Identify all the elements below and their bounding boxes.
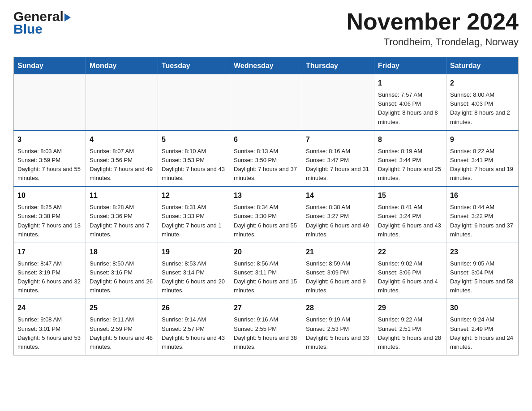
calendar-cell (158, 74, 230, 130)
calendar-cell: 21Sunrise: 8:59 AMSunset: 3:09 PMDayligh… (302, 243, 374, 299)
calendar-cell: 1Sunrise: 7:57 AMSunset: 4:06 PMDaylight… (374, 74, 446, 130)
day-number: 1 (378, 78, 442, 89)
calendar-cell: 30Sunrise: 9:24 AMSunset: 2:49 PMDayligh… (446, 299, 519, 355)
calendar-cell: 13Sunrise: 8:34 AMSunset: 3:30 PMDayligh… (230, 187, 302, 243)
title-area: November 2024 Trondheim, Trondelag, Norw… (347, 9, 519, 48)
day-info: Sunrise: 9:05 AMSunset: 3:04 PMDaylight:… (450, 259, 515, 295)
col-header-monday: Monday (86, 57, 158, 75)
day-number: 29 (378, 303, 442, 313)
day-info: Sunrise: 9:22 AMSunset: 2:51 PMDaylight:… (378, 315, 442, 351)
day-info: Sunrise: 8:22 AMSunset: 3:41 PMDaylight:… (450, 147, 515, 183)
calendar-cell: 4Sunrise: 8:07 AMSunset: 3:56 PMDaylight… (86, 130, 158, 187)
day-info: Sunrise: 8:19 AMSunset: 3:44 PMDaylight:… (378, 147, 442, 183)
day-info: Sunrise: 8:44 AMSunset: 3:22 PMDaylight:… (450, 203, 515, 239)
day-number: 25 (90, 303, 154, 313)
day-info: Sunrise: 8:28 AMSunset: 3:36 PMDaylight:… (90, 203, 154, 239)
logo-blue: Blue (13, 21, 43, 37)
day-number: 23 (450, 247, 515, 257)
day-number: 3 (17, 134, 82, 145)
day-number: 2 (450, 78, 515, 89)
calendar-week-5: 24Sunrise: 9:08 AMSunset: 3:01 PMDayligh… (14, 299, 519, 355)
calendar-cell: 22Sunrise: 9:02 AMSunset: 3:06 PMDayligh… (374, 243, 446, 299)
day-info: Sunrise: 9:24 AMSunset: 2:49 PMDaylight:… (450, 315, 515, 351)
day-number: 28 (306, 303, 370, 313)
col-header-sunday: Sunday (14, 57, 86, 75)
day-number: 19 (162, 247, 226, 257)
calendar-cell: 29Sunrise: 9:22 AMSunset: 2:51 PMDayligh… (374, 299, 446, 355)
day-number: 13 (234, 190, 298, 201)
day-number: 16 (450, 190, 515, 201)
day-number: 4 (90, 134, 154, 145)
calendar-cell: 6Sunrise: 8:13 AMSunset: 3:50 PMDaylight… (230, 130, 302, 187)
calendar-cell: 8Sunrise: 8:19 AMSunset: 3:44 PMDaylight… (374, 130, 446, 187)
calendar-cell: 5Sunrise: 8:10 AMSunset: 3:53 PMDaylight… (158, 130, 230, 187)
day-info: Sunrise: 8:10 AMSunset: 3:53 PMDaylight:… (162, 147, 226, 183)
calendar-cell: 18Sunrise: 8:50 AMSunset: 3:16 PMDayligh… (86, 243, 158, 299)
col-header-wednesday: Wednesday (230, 57, 302, 75)
header: General Blue November 2024 Trondheim, Tr… (13, 9, 519, 48)
calendar-cell: 24Sunrise: 9:08 AMSunset: 3:01 PMDayligh… (14, 299, 86, 355)
day-number: 7 (306, 134, 370, 145)
day-info: Sunrise: 8:47 AMSunset: 3:19 PMDaylight:… (17, 259, 82, 295)
day-info: Sunrise: 8:34 AMSunset: 3:30 PMDaylight:… (234, 203, 298, 239)
col-header-friday: Friday (374, 57, 446, 75)
day-info: Sunrise: 8:13 AMSunset: 3:50 PMDaylight:… (234, 147, 298, 183)
calendar-cell: 27Sunrise: 9:16 AMSunset: 2:55 PMDayligh… (230, 299, 302, 355)
calendar-week-3: 10Sunrise: 8:25 AMSunset: 3:38 PMDayligh… (14, 187, 519, 243)
calendar-cell: 2Sunrise: 8:00 AMSunset: 4:03 PMDaylight… (446, 74, 519, 130)
day-info: Sunrise: 9:11 AMSunset: 2:59 PMDaylight:… (90, 315, 154, 351)
day-info: Sunrise: 9:08 AMSunset: 3:01 PMDaylight:… (17, 315, 82, 351)
day-number: 8 (378, 134, 442, 145)
col-header-tuesday: Tuesday (158, 57, 230, 75)
month-title: November 2024 (347, 9, 519, 34)
calendar-cell (86, 74, 158, 130)
calendar-header-row: SundayMondayTuesdayWednesdayThursdayFrid… (14, 57, 519, 75)
day-number: 18 (90, 247, 154, 257)
col-header-saturday: Saturday (446, 57, 519, 75)
calendar-table: SundayMondayTuesdayWednesdayThursdayFrid… (13, 57, 519, 355)
calendar-cell: 16Sunrise: 8:44 AMSunset: 3:22 PMDayligh… (446, 187, 519, 243)
day-number: 14 (306, 190, 370, 201)
calendar-cell: 20Sunrise: 8:56 AMSunset: 3:11 PMDayligh… (230, 243, 302, 299)
day-info: Sunrise: 9:14 AMSunset: 2:57 PMDaylight:… (162, 315, 226, 351)
calendar-cell: 10Sunrise: 8:25 AMSunset: 3:38 PMDayligh… (14, 187, 86, 243)
logo: General Blue (13, 9, 71, 37)
calendar-cell: 19Sunrise: 8:53 AMSunset: 3:14 PMDayligh… (158, 243, 230, 299)
calendar-cell: 17Sunrise: 8:47 AMSunset: 3:19 PMDayligh… (14, 243, 86, 299)
calendar-week-4: 17Sunrise: 8:47 AMSunset: 3:19 PMDayligh… (14, 243, 519, 299)
calendar-cell: 12Sunrise: 8:31 AMSunset: 3:33 PMDayligh… (158, 187, 230, 243)
day-info: Sunrise: 8:03 AMSunset: 3:59 PMDaylight:… (17, 147, 82, 183)
calendar-cell: 7Sunrise: 8:16 AMSunset: 3:47 PMDaylight… (302, 130, 374, 187)
day-info: Sunrise: 8:59 AMSunset: 3:09 PMDaylight:… (306, 259, 370, 295)
day-number: 20 (234, 247, 298, 257)
day-info: Sunrise: 8:53 AMSunset: 3:14 PMDaylight:… (162, 259, 226, 295)
calendar-cell: 11Sunrise: 8:28 AMSunset: 3:36 PMDayligh… (86, 187, 158, 243)
calendar-week-1: 1Sunrise: 7:57 AMSunset: 4:06 PMDaylight… (14, 74, 519, 130)
calendar-cell (230, 74, 302, 130)
day-info: Sunrise: 8:00 AMSunset: 4:03 PMDaylight:… (450, 90, 515, 127)
calendar-cell (14, 74, 86, 130)
day-info: Sunrise: 8:56 AMSunset: 3:11 PMDaylight:… (234, 259, 298, 295)
day-info: Sunrise: 8:31 AMSunset: 3:33 PMDaylight:… (162, 203, 226, 239)
calendar-cell: 9Sunrise: 8:22 AMSunset: 3:41 PMDaylight… (446, 130, 519, 187)
day-number: 26 (162, 303, 226, 313)
day-info: Sunrise: 8:50 AMSunset: 3:16 PMDaylight:… (90, 259, 154, 295)
calendar-cell: 3Sunrise: 8:03 AMSunset: 3:59 PMDaylight… (14, 130, 86, 187)
day-number: 27 (234, 303, 298, 313)
day-number: 30 (450, 303, 515, 313)
day-info: Sunrise: 8:25 AMSunset: 3:38 PMDaylight:… (17, 203, 82, 239)
day-info: Sunrise: 7:57 AMSunset: 4:06 PMDaylight:… (378, 90, 442, 127)
day-number: 12 (162, 190, 226, 201)
day-info: Sunrise: 9:19 AMSunset: 2:53 PMDaylight:… (306, 315, 370, 351)
day-info: Sunrise: 8:38 AMSunset: 3:27 PMDaylight:… (306, 203, 370, 239)
day-number: 11 (90, 190, 154, 201)
calendar-cell: 26Sunrise: 9:14 AMSunset: 2:57 PMDayligh… (158, 299, 230, 355)
calendar-cell: 15Sunrise: 8:41 AMSunset: 3:24 PMDayligh… (374, 187, 446, 243)
day-info: Sunrise: 8:07 AMSunset: 3:56 PMDaylight:… (90, 147, 154, 183)
day-info: Sunrise: 8:16 AMSunset: 3:47 PMDaylight:… (306, 147, 370, 183)
day-number: 10 (17, 190, 82, 201)
day-number: 24 (17, 303, 82, 313)
calendar-cell (302, 74, 374, 130)
day-number: 9 (450, 134, 515, 145)
calendar-cell: 28Sunrise: 9:19 AMSunset: 2:53 PMDayligh… (302, 299, 374, 355)
